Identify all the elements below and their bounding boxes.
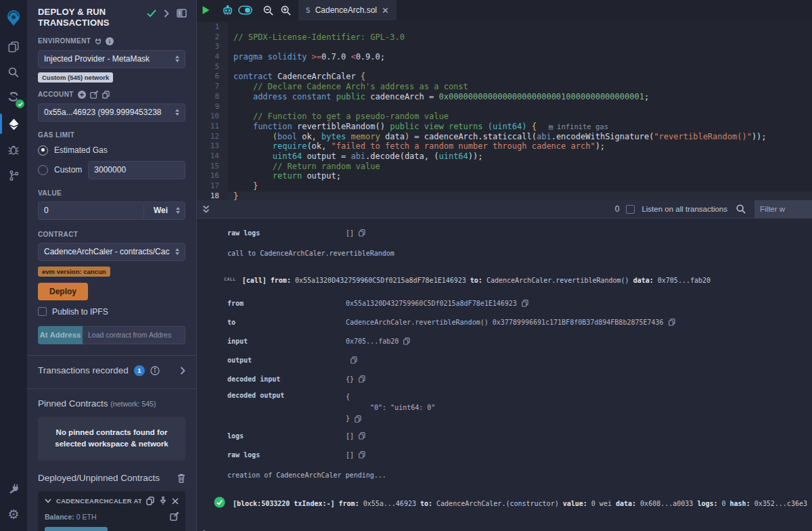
copy-icon[interactable]: [359, 375, 365, 383]
line-number: 13: [197, 141, 228, 152]
copy-account-icon[interactable]: [102, 91, 110, 99]
ai-assistant-icon[interactable]: [219, 0, 236, 20]
terminal-row: logs[]: [197, 426, 812, 445]
icon-rail: ⚙: [0, 0, 27, 531]
value-label: VALUE: [38, 189, 185, 197]
deploy-run-panel: DEPLOY & RUN TRANSACTIONS ENVIRONMENT i …: [27, 0, 196, 531]
copy-icon[interactable]: [359, 432, 365, 440]
gas-limit-label: GAS LIMIT: [38, 131, 185, 139]
collapse-chevron-icon[interactable]: [45, 499, 51, 503]
value-input[interactable]: 0: [38, 202, 143, 220]
select-stepper-icon: [175, 109, 179, 116]
copilot-toggle-icon[interactable]: [236, 0, 254, 20]
select-stepper-icon: [175, 55, 179, 62]
custom-gas-input[interactable]: 3000000: [88, 161, 185, 179]
terminal-row: [block:5033220 txIndex:-] from: 0x55a...…: [197, 486, 812, 518]
select-stepper-icon: [176, 207, 180, 214]
code-line: 11 function revertibleRandom() public vi…: [197, 122, 812, 132]
terminal-row: input0x705...fab20: [197, 331, 812, 350]
terminal-row: raw logs[]: [197, 223, 812, 242]
pin-icon[interactable]: [159, 497, 167, 505]
terminal-filter-input[interactable]: [754, 200, 812, 218]
line-number: 3: [197, 42, 228, 52]
edit-balance-icon[interactable]: [170, 512, 179, 521]
tab-cadencearch-sol[interactable]: S CadenceArch.sol ✕: [298, 0, 397, 20]
debugger-icon[interactable]: [0, 137, 27, 162]
code-line: 8 address constant public cadenceArch = …: [197, 92, 812, 102]
code-line: 6contract CadenceArchCaler {: [197, 72, 812, 82]
transactions-recorded-label: Transactions recorded: [38, 365, 129, 375]
git-branch-icon[interactable]: [0, 162, 27, 188]
value-unit-select[interactable]: Wei: [143, 202, 185, 220]
line-number: 12: [197, 132, 228, 142]
terminal-prompt[interactable]: >: [197, 518, 812, 531]
panel-layout-icon[interactable]: [177, 9, 187, 18]
file-explorer-icon[interactable]: [0, 34, 27, 60]
code-line: 12 (bool ok, bytes memory data) = cadenc…: [197, 132, 812, 142]
line-number: 7: [197, 82, 228, 92]
settings-gear-icon[interactable]: ⚙: [0, 501, 27, 527]
transactions-expand-icon[interactable]: [180, 367, 185, 375]
environment-info-icon[interactable]: i: [106, 37, 114, 45]
edit-account-icon[interactable]: [90, 91, 98, 99]
remove-instance-icon[interactable]: [172, 498, 179, 505]
terminal-log[interactable]: raw logs[]call to CadenceArchCaler.rever…: [197, 218, 812, 531]
transactions-count-badge: 1: [134, 365, 145, 376]
listen-checkbox[interactable]: [626, 205, 635, 214]
balance-label: Balance:: [45, 513, 74, 521]
add-account-icon[interactable]: [78, 91, 86, 99]
code-line: 13 require(ok, "failed to fetch a random…: [197, 141, 812, 152]
terminal-collapse-icon[interactable]: [202, 205, 210, 214]
line-number: 10: [197, 112, 228, 122]
environment-select[interactable]: Injected Provider - MetaMask: [38, 50, 185, 68]
code-line: 5: [197, 62, 812, 72]
line-number: 17: [197, 181, 228, 191]
tab-close-icon[interactable]: ✕: [382, 5, 389, 16]
panel-forward-icon[interactable]: [164, 9, 169, 18]
publish-ipfs-checkbox[interactable]: Publish to IPFS: [38, 307, 185, 317]
custom-gas-radio[interactable]: Custom: [38, 165, 82, 175]
cadencearch-function-button[interactable]: cadenceArch: [45, 527, 108, 531]
zoom-in-icon[interactable]: [277, 0, 294, 20]
copy-icon[interactable]: [351, 356, 357, 364]
terminal-row: creation of CadenceArchCaler pending...: [197, 464, 812, 486]
terminal-row: output: [197, 350, 812, 369]
line-number: 4: [197, 52, 228, 62]
copy-icon[interactable]: [522, 300, 528, 307]
deployed-contracts-heading: Deployed/Unpinned Contracts: [38, 473, 160, 483]
contract-instance-title: CADENCEARCHCALER AT 0X37789996691C171BF8…: [56, 497, 141, 505]
line-number: 16: [197, 171, 228, 181]
at-address-input[interactable]: [83, 326, 185, 344]
search-icon[interactable]: [0, 60, 27, 85]
at-address-button[interactable]: At Address: [38, 326, 83, 344]
copy-icon[interactable]: [359, 229, 365, 237]
terminal-row: call to CadenceArchCaler.revertibleRando…: [197, 242, 812, 264]
code-area[interactable]: 12// SPDX-License-Identifier: GPL-3.034p…: [197, 20, 812, 201]
copy-address-icon[interactable]: [146, 497, 154, 505]
deploy-button[interactable]: Deploy: [38, 283, 88, 300]
estimated-gas-radio[interactable]: Estimated Gas: [38, 145, 185, 156]
code-line: 4pragma solidity >=0.7.0 <0.9.0;: [197, 52, 812, 62]
copy-icon[interactable]: [669, 319, 675, 326]
copy-icon[interactable]: [359, 451, 365, 459]
network-badge: Custom (545) network: [38, 72, 113, 83]
code-line: 3: [197, 42, 812, 52]
copy-icon[interactable]: [355, 415, 361, 423]
terminal: 0 Listen on all transactions raw logs[]c…: [196, 200, 812, 531]
plugin-manager-icon[interactable]: [0, 476, 27, 501]
radio-icon: [38, 165, 48, 175]
account-select[interactable]: 0x55a...46923 (999.9999453238: [38, 103, 185, 122]
plug-small-icon[interactable]: [95, 37, 102, 45]
solidity-compiler-icon[interactable]: [0, 85, 27, 111]
terminal-row: decoded output{"0": "uint64: 0"}: [197, 388, 812, 426]
copy-icon[interactable]: [403, 338, 410, 345]
code-line: 15 // Return random value: [197, 162, 812, 172]
run-script-icon[interactable]: [197, 0, 215, 20]
terminal-search-icon[interactable]: [736, 204, 746, 214]
transactions-info-icon[interactable]: [150, 366, 160, 375]
zoom-out-icon[interactable]: [259, 0, 277, 20]
contract-select[interactable]: CadenceArchCaler - contracts/Cac: [38, 243, 185, 261]
code-line: 16 return output;: [197, 171, 812, 181]
trash-icon[interactable]: [177, 474, 185, 483]
deploy-run-icon[interactable]: [0, 111, 27, 137]
